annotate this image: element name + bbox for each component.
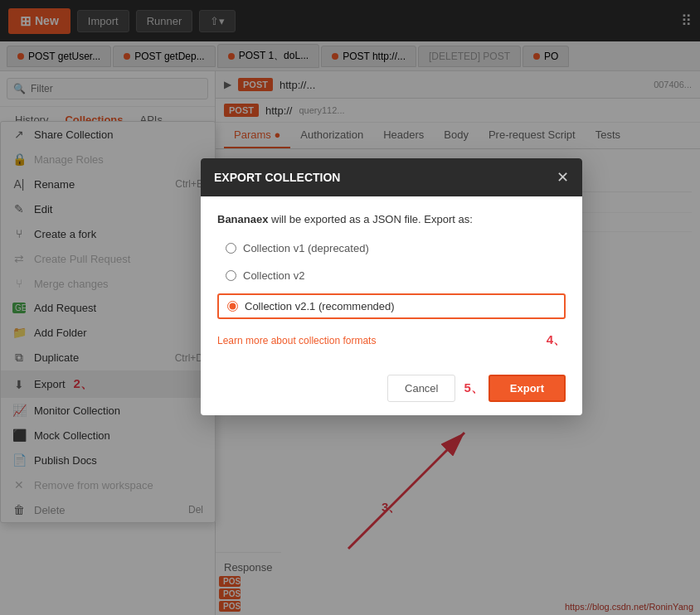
radio-v21[interactable]: Collection v2.1 (recommended) xyxy=(217,293,566,319)
cancel-button[interactable]: Cancel xyxy=(387,375,455,402)
step4-label: 4、 xyxy=(547,332,566,348)
modal-header: EXPORT COLLECTION ✕ xyxy=(201,158,582,196)
modal-footer: Cancel 5、 Export xyxy=(201,365,582,415)
modal-description: Bananaex will be exported as a JSON file… xyxy=(217,213,566,225)
modal-close-button[interactable]: ✕ xyxy=(557,168,569,186)
modal-title: EXPORT COLLECTION xyxy=(214,171,340,184)
learn-more-link[interactable]: Learn more about collection formats xyxy=(217,335,376,346)
step5-label: 5、 xyxy=(464,380,483,396)
export-button[interactable]: Export xyxy=(489,375,566,402)
radio-v2-label: Collection v2 xyxy=(243,269,304,282)
modal-overlay: EXPORT COLLECTION ✕ Bananaex will be exp… xyxy=(0,0,700,615)
export-area: 5、 Export xyxy=(464,375,566,402)
radio-v1-input[interactable] xyxy=(226,243,236,254)
radio-v2[interactable]: Collection v2 xyxy=(217,266,566,285)
radio-v21-label: Collection v2.1 (recommended) xyxy=(245,300,395,312)
export-modal: EXPORT COLLECTION ✕ Bananaex will be exp… xyxy=(201,158,582,415)
radio-v2-input[interactable] xyxy=(226,270,236,281)
radio-v1-label: Collection v1 (deprecated) xyxy=(243,242,369,254)
radio-v1[interactable]: Collection v1 (deprecated) xyxy=(217,239,566,258)
modal-body: Bananaex will be exported as a JSON file… xyxy=(201,196,582,365)
radio-v21-input[interactable] xyxy=(227,301,238,312)
collection-name-ref: Bananaex xyxy=(217,213,268,225)
radio-group: Collection v1 (deprecated) Collection v2… xyxy=(217,239,566,319)
